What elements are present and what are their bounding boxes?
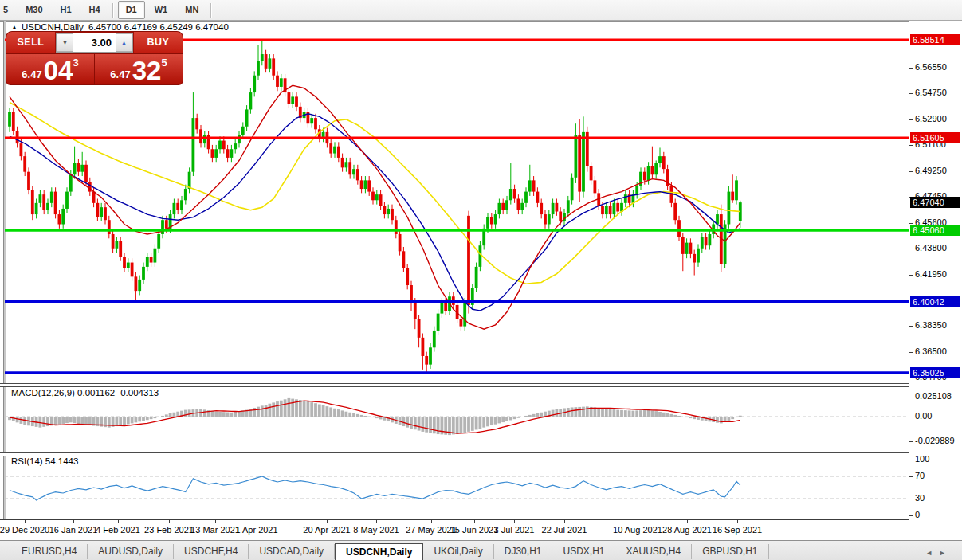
symbol-tab-audusd[interactable]: AUDUSD,Daily [88,544,174,559]
timeframe-button-mn[interactable]: MN [177,1,206,19]
candle [157,230,160,253]
macd-histogram-bar [222,412,226,417]
timeframe-button-5[interactable]: 5 [0,1,16,19]
macd-histogram-bar [326,406,329,417]
symbol-tab-xauusd[interactable]: XAUUSD,H4 [615,544,692,559]
macd-histogram-bar [214,412,218,417]
macd-histogram-bar [157,417,160,417]
price-axis-label: 6.49250 [915,166,947,175]
date-tick [215,520,216,523]
macd-histogram-bar [639,410,642,417]
timeframe-button-d1[interactable]: D1 [118,1,145,19]
volume-increase-icon[interactable]: ▲ [116,33,132,52]
candle [307,108,310,128]
candle [295,92,298,111]
candle [552,198,555,218]
candle [230,145,234,162]
candle [42,190,45,214]
symbol-tab-usdx[interactable]: USDX,H1 [552,544,615,559]
candle [575,123,578,183]
date-tick [73,520,74,523]
candle [222,136,226,153]
macd-histogram-bar [356,414,359,417]
volume-input[interactable] [73,33,116,52]
macd-histogram-bar [348,413,351,417]
volume-decrease-icon[interactable]: ▼ [57,33,73,52]
macd-histogram-bar [673,415,677,417]
candle [509,163,512,205]
rsi-indicator-chart[interactable] [5,455,909,519]
macd-histogram-bar [69,417,73,422]
candle [658,147,662,167]
symbol-tab-dj30[interactable]: DJ30,H1 [494,544,553,559]
candle [146,253,149,271]
rsi-line [10,476,740,500]
rsi-axis-label: 70 [915,471,925,480]
macd-histogram-bar [728,417,731,421]
chart-symbol-label: USDCNH,Daily [22,22,84,32]
timeframe-button-m30[interactable]: M30 [18,1,50,19]
symbol-tab-bar: EURUSD,H4AUDUSD,DailyUSDCHF,H4USDCAD,Dai… [0,540,962,560]
candle [609,202,612,218]
candle [709,230,712,250]
macd-histogram-bar [54,417,57,425]
macd-histogram-bar [46,417,49,426]
timeframe-button-w1[interactable]: W1 [147,1,176,19]
timeframe-button-h4[interactable]: H4 [81,1,108,19]
macd-histogram-bar [467,417,470,432]
candle [77,159,80,176]
candle [501,198,505,214]
candle [360,176,363,193]
candle [333,142,336,158]
macd-histogram-bar [318,405,321,417]
macd-histogram-bar [452,417,455,434]
candle [253,71,256,96]
tab-scroll-left-icon[interactable]: ◄ [925,549,939,557]
symbol-tab-usdcnh[interactable]: USDCNH,Daily [335,543,423,560]
symbol-tab-ukoil[interactable]: UKOil,Daily [423,544,493,559]
macd-histogram-bar [666,413,669,417]
buy-button[interactable]: BUY [134,32,183,53]
sell-price-display[interactable]: 6.47 04 3 [6,54,94,84]
price-axis[interactable]: 6.565506.547506.529006.511006.492506.474… [909,21,962,520]
candle [498,198,501,218]
timeframe-button-h1[interactable]: H1 [53,1,80,19]
candle [288,88,291,108]
candle [582,116,585,197]
tab-scroll-right-icon[interactable]: ► [939,549,952,557]
collapse-arrow-icon[interactable]: ▲ [11,24,18,31]
axis-tick [909,499,913,499]
macd-histogram-bar [165,414,168,417]
macd-histogram-bar [39,417,42,428]
candle [697,244,700,266]
macd-histogram-bar [402,417,406,426]
macd-histogram-bar [509,417,512,420]
candle [371,187,375,204]
macd-histogram-bar [123,417,126,425]
date-axis-label: 1 Apr 2021 [221,525,293,535]
symbol-tab-eurusd[interactable]: EURUSD,H4 [11,544,88,559]
macd-histogram-bar [375,417,379,418]
timeframe-toolbar: 5M30H1H4D1W1MN [0,0,962,21]
symbol-tab-usdchf[interactable]: USDCHF,H4 [174,544,249,559]
symbol-tab-usdcad[interactable]: USDCAD,Daily [249,544,335,559]
axis-tick [909,223,913,224]
candle [701,233,704,253]
symbol-tab-gbpusd[interactable]: GBPUSD,H1 [692,544,768,559]
macd-histogram-bar [418,417,421,431]
date-axis[interactable]: 29 Dec 202016 Jan 20214 Feb 202123 Feb 2… [0,520,962,539]
candle [150,253,153,267]
rsi-axis-label: 0 [915,510,920,519]
candle [12,108,15,135]
sell-button[interactable]: SELL [6,32,55,53]
macd-histogram-bar [154,417,157,418]
buy-price-display[interactable]: 6.47 32 5 [95,54,183,84]
candle [272,54,275,80]
macd-histogram-bar [524,416,528,417]
candle [184,185,187,205]
candle [716,210,719,229]
axis-tick [909,145,913,146]
candle [131,258,134,280]
date-tick [638,520,638,523]
candle [467,211,470,314]
